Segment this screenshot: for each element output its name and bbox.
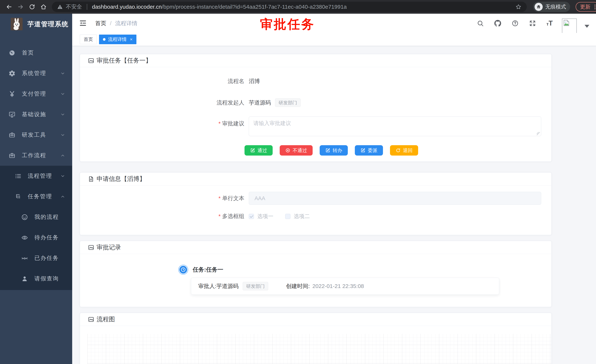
github-icon[interactable] xyxy=(494,20,501,27)
checkbox-group-row: 多选框组 选项一 选项二 xyxy=(80,212,551,220)
apply-info-card-header: 申请信息【滔博】 xyxy=(80,173,551,186)
url-text[interactable]: dashboard.yudao.iocoder.cn/bpm/process-i… xyxy=(92,4,347,10)
update-label: 更新 xyxy=(580,3,590,10)
flow-diagram-card-header: 流程图 xyxy=(80,313,551,326)
tab-process-detail[interactable]: 流程详情 × xyxy=(99,35,136,44)
chevron-down-icon xyxy=(60,174,65,178)
fullscreen-icon[interactable] xyxy=(529,20,536,27)
app-title: 芋道管理系统 xyxy=(27,20,68,29)
sidebar-item-workflow[interactable]: 工作流程 xyxy=(0,145,72,166)
card-title: 审批任务【任务一】 xyxy=(97,56,152,65)
suggestion-textarea[interactable] xyxy=(249,116,541,136)
process-initiator-row: 流程发起人 芋道源码 研发部门 xyxy=(80,98,551,107)
picture-icon xyxy=(88,316,94,323)
tab-bar: 首页 流程详情 × xyxy=(72,33,596,46)
font-size-icon[interactable]: тT xyxy=(546,20,553,27)
sidebar-item-task-mgmt[interactable]: 任务管理 xyxy=(0,186,72,207)
sidebar-item-infra[interactable]: 基础设施 xyxy=(0,104,72,125)
field-label: 流程名 xyxy=(80,78,249,85)
checkbox-group: 选项一 选项二 xyxy=(249,213,310,220)
browser-menu-icon[interactable] xyxy=(593,5,596,9)
active-tab-dot xyxy=(103,38,105,41)
dept-tag: 研发部门 xyxy=(275,98,301,107)
checkbox-option-1: 选项一 xyxy=(249,213,273,220)
reload-icon[interactable] xyxy=(27,2,37,12)
sidebar-item-process-mgmt[interactable]: 流程管理 xyxy=(0,166,72,186)
address-bar[interactable]: 不安全 dashboard.yudao.iocoder.cn/bpm/proce… xyxy=(52,2,527,12)
approval-task-card-body: 流程名 滔博 流程发起人 芋道源码 研发部门 审批建议 xyxy=(80,67,551,161)
approve-button[interactable]: 通过 xyxy=(245,145,273,156)
reject-button[interactable]: 不通过 xyxy=(280,145,313,156)
sidebar-item-devtools[interactable]: 研发工具 xyxy=(0,125,72,145)
help-icon[interactable] xyxy=(512,20,519,27)
home-icon[interactable] xyxy=(38,2,48,12)
sidebar-item-done-tasks[interactable]: 已办任务 xyxy=(0,248,72,268)
incognito-label: 无痕模式 xyxy=(545,3,566,10)
list-icon xyxy=(14,173,22,180)
sidebar-item-system[interactable]: 系统管理 xyxy=(0,63,72,84)
approval-record-card: 审批记录 任务:任务一 审批人: 芋道源码 研发部门 创建时间: 2022-01… xyxy=(80,241,551,307)
breadcrumb: 首页 / 流程详情 xyxy=(95,20,137,27)
incognito-chip[interactable]: 无痕模式 xyxy=(533,2,570,12)
return-button[interactable]: 退回 xyxy=(390,145,418,156)
sidebar-item-label: 我的流程 xyxy=(34,213,59,221)
forward-icon[interactable] xyxy=(15,2,26,12)
sidebar: 芋道管理系统 首页 系统管理 支付管理 基础设施 研发工具 工作 xyxy=(0,14,72,364)
sidebar-item-payment[interactable]: 支付管理 xyxy=(0,84,72,104)
broken-image-icon xyxy=(563,19,570,27)
breadcrumb-current: 流程详情 xyxy=(115,20,137,27)
chevron-down-icon xyxy=(60,133,65,138)
sidebar-item-label: 系统管理 xyxy=(22,70,46,77)
sidebar-item-label: 流程管理 xyxy=(28,172,52,180)
workflow-submenu: 流程管理 任务管理 我的流程 待办任务 已办任务 请假 xyxy=(0,166,72,290)
incognito-icon xyxy=(535,3,543,11)
security-label[interactable]: 不安全 xyxy=(66,3,82,11)
logo-rabbit-image xyxy=(11,18,22,30)
edit-icon xyxy=(360,148,365,153)
sidebar-item-leave-query[interactable]: 请假查询 xyxy=(0,268,72,289)
close-tab-icon[interactable]: × xyxy=(130,37,133,42)
breadcrumb-home[interactable]: 首页 xyxy=(95,20,106,27)
sidebar-menu: 首页 系统管理 支付管理 基础设施 研发工具 工作流程 xyxy=(0,43,72,290)
document-icon xyxy=(88,176,94,182)
bookmark-star-icon[interactable] xyxy=(515,4,522,10)
sidebar-item-label: 已办任务 xyxy=(34,254,59,262)
field-label: 多选框组 xyxy=(80,212,249,220)
avatar-dropdown-caret-icon[interactable] xyxy=(585,25,589,28)
main-header: 首页 / 流程详情 тT xyxy=(72,14,596,33)
card-title: 申请信息【滔博】 xyxy=(97,175,145,183)
sidebar-item-my-process[interactable]: 我的流程 xyxy=(0,207,72,227)
sidebar-item-todo-tasks[interactable]: 待办任务 xyxy=(0,227,72,248)
bpmn-grid-canvas xyxy=(87,334,551,364)
textarea-resize-handle[interactable] xyxy=(537,132,540,135)
yen-icon xyxy=(8,90,16,97)
sidebar-collapse-icon[interactable] xyxy=(79,19,87,28)
single-text-input xyxy=(249,192,541,205)
approval-suggestion-row: 审批建议 xyxy=(80,116,551,137)
approval-task-card-header: 审批任务【任务一】 xyxy=(80,54,551,67)
update-browser-button[interactable]: 更新 xyxy=(576,2,596,12)
create-time-value: 2022-01-21 22:35:08 xyxy=(313,283,364,289)
browser-toolbar: 不安全 dashboard.yudao.iocoder.cn/bpm/proce… xyxy=(0,0,596,14)
sidebar-item-label: 任务管理 xyxy=(28,193,52,200)
transfer-button[interactable]: 转办 xyxy=(320,145,348,156)
approval-actions: 通过 不通过 转办 委派 退回 xyxy=(245,145,551,156)
undo-icon xyxy=(395,148,401,153)
app-logo[interactable]: 芋道管理系统 xyxy=(0,14,72,30)
edit-icon xyxy=(250,148,255,153)
delegate-button[interactable]: 委派 xyxy=(355,145,383,156)
header-actions: тT xyxy=(477,16,589,31)
initiator-value: 芋道源码 研发部门 xyxy=(249,98,301,107)
back-icon[interactable] xyxy=(4,2,14,12)
address-divider xyxy=(87,4,87,10)
checkbox-option-2: 选项二 xyxy=(285,213,310,220)
tab-home[interactable]: 首页 xyxy=(80,35,97,44)
search-icon[interactable] xyxy=(477,20,484,27)
sidebar-item-label: 首页 xyxy=(22,49,34,57)
avatar[interactable] xyxy=(562,19,577,33)
closed-eye-icon xyxy=(20,255,29,262)
sidebar-item-home[interactable]: 首页 xyxy=(0,43,72,63)
flow-diagram-card: 流程图 xyxy=(80,313,551,364)
checkbox-unchecked-icon xyxy=(285,214,291,219)
dashboard-icon xyxy=(8,49,16,56)
